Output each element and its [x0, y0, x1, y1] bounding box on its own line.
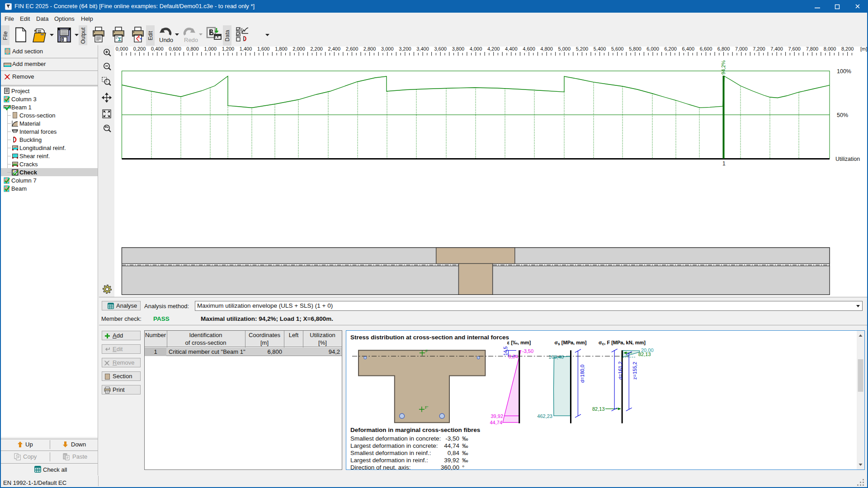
svg-text:7,200: 7,200: [753, 46, 765, 52]
svg-text:5,800: 5,800: [629, 46, 642, 52]
svg-text:4,200: 4,200: [487, 46, 500, 52]
svg-text:5,600: 5,600: [611, 46, 624, 52]
svg-text:1,400: 1,400: [240, 46, 252, 52]
svg-text:39,92: 39,92: [491, 413, 503, 419]
svg-text:[m]: [m]: [860, 46, 867, 52]
svg-text:3,200: 3,200: [399, 46, 411, 52]
svg-text:1,200: 1,200: [222, 46, 235, 52]
svg-text:Redo: Redo: [184, 37, 198, 43]
svg-text:8,000: 8,000: [824, 46, 836, 52]
svg-text:7,600: 7,600: [788, 46, 801, 52]
svg-text:6,600: 6,600: [700, 46, 712, 52]
svg-text:3,000: 3,000: [381, 46, 394, 52]
svg-text:5,000: 5,000: [558, 46, 571, 52]
svg-text:100%: 100%: [837, 68, 851, 75]
svg-text:0,200: 0,200: [133, 46, 146, 52]
svg-text:2,800: 2,800: [363, 46, 376, 52]
svg-text:1,800: 1,800: [275, 46, 288, 52]
svg-text:Undo: Undo: [159, 37, 173, 43]
svg-text:6,400: 6,400: [682, 46, 695, 52]
svg-text:d=161,2: d=161,2: [618, 361, 623, 380]
svg-text:44,74: 44,74: [490, 420, 502, 425]
svg-text:Utilization: Utilization: [835, 156, 860, 162]
svg-text:7,000: 7,000: [735, 46, 748, 52]
svg-text:6,200: 6,200: [664, 46, 677, 52]
svg-text:6,000: 6,000: [646, 46, 659, 52]
svg-text:2,400: 2,400: [328, 46, 341, 52]
svg-text:1,000: 1,000: [204, 46, 217, 52]
svg-text:50%: 50%: [837, 112, 848, 118]
svg-text:5,400: 5,400: [594, 46, 606, 52]
svg-text:2,200: 2,200: [310, 46, 323, 52]
svg-text:σs [MPa, mm]: σs [MPa, mm]: [555, 340, 587, 346]
svg-text:2,000: 2,000: [292, 46, 305, 52]
svg-text:3,800: 3,800: [452, 46, 465, 52]
svg-text:0,800: 0,800: [186, 46, 199, 52]
svg-text:1: 1: [722, 160, 726, 167]
svg-text:1,600: 1,600: [257, 46, 270, 52]
svg-text:4,800: 4,800: [540, 46, 553, 52]
svg-text:3,400: 3,400: [416, 46, 429, 52]
svg-text:4,400: 4,400: [505, 46, 518, 52]
svg-text:F: F: [425, 349, 428, 353]
svg-text:82,13: 82,13: [638, 352, 651, 357]
svg-text:0,000: 0,000: [116, 46, 128, 52]
svg-text:8,200: 8,200: [841, 46, 854, 52]
svg-text:ε [‰, mm]: ε [‰, mm]: [507, 340, 531, 345]
svg-text:6,800: 6,800: [717, 46, 730, 52]
svg-text:0,400: 0,400: [151, 46, 164, 52]
svg-text:0,600: 0,600: [169, 46, 181, 52]
svg-text:5,200: 5,200: [576, 46, 589, 52]
svg-text:168,40: 168,40: [548, 354, 564, 360]
svg-text:14,5: 14,5: [503, 346, 508, 356]
svg-text:4,600: 4,600: [523, 46, 535, 52]
svg-text:462,23: 462,23: [537, 413, 552, 419]
svg-text:-3,50: -3,50: [522, 348, 533, 354]
svg-text:7,400: 7,400: [770, 46, 783, 52]
svg-text:7,800: 7,800: [806, 46, 819, 52]
svg-text:d=180,0: d=180,0: [580, 365, 585, 383]
svg-text:F': F': [425, 405, 428, 410]
svg-text:σc, F [MPa, kN, mm]: σc, F [MPa, kN, mm]: [599, 340, 646, 346]
svg-text:z=155,2: z=155,2: [632, 362, 637, 380]
svg-text:82,13: 82,13: [592, 406, 605, 412]
svg-text:4,000: 4,000: [470, 46, 482, 52]
svg-text:3,600: 3,600: [434, 46, 447, 52]
svg-text:94,2%: 94,2%: [721, 61, 726, 75]
svg-text:2,600: 2,600: [346, 46, 359, 52]
